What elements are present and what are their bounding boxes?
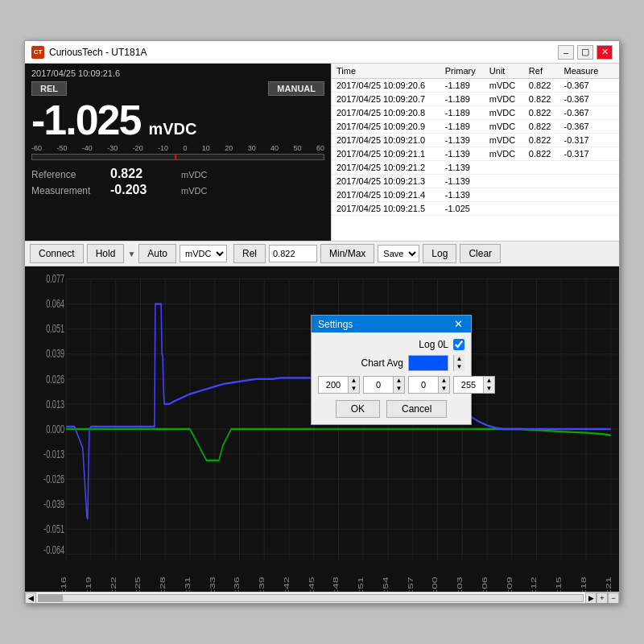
spin-group-2: ▲ ▼ [363, 376, 405, 394]
spin-input-2[interactable] [364, 377, 393, 393]
spin4-up[interactable]: ▲ [483, 377, 494, 385]
log-0l-row: Log 0L [318, 339, 464, 350]
spin4-down[interactable]: ▼ [483, 385, 494, 393]
svg-text:10:09:21: 10:09:21 [604, 576, 613, 592]
scroll-left-button[interactable]: ◀ [25, 592, 36, 604]
table-cell: 2017/04/25 10:09:20.6 [332, 79, 440, 93]
svg-text:10:08:19: 10:08:19 [84, 576, 93, 592]
clear-button[interactable]: Clear [460, 244, 501, 263]
table-cell: -0.367 [559, 106, 608, 120]
svg-text:10:08:33: 10:08:33 [208, 576, 217, 592]
meter-main-value: -1.025 mVDC [31, 99, 324, 141]
svg-text:0.026: 0.026 [46, 373, 64, 386]
settings-title-bar: Settings ✕ [312, 316, 471, 332]
table-cell: -1.139 [440, 147, 485, 161]
scale-indicator [175, 155, 176, 159]
unit-select[interactable]: mVDC VDC VAC [180, 245, 227, 262]
hold-button[interactable]: Hold [87, 244, 125, 263]
minmax-button[interactable]: Min/Max [320, 244, 374, 263]
close-button[interactable]: ✕ [597, 45, 613, 60]
scroll-track[interactable] [38, 594, 584, 602]
spin-input-3[interactable] [409, 377, 438, 393]
table-cell: 0.822 [524, 134, 559, 147]
zoom-out-button[interactable]: − [608, 592, 619, 604]
ok-button[interactable]: OK [336, 400, 380, 418]
chart-avg-row: Chart Avg ▲ ▼ [318, 355, 464, 371]
table-cell [485, 161, 524, 175]
table-cell: -1.189 [440, 106, 485, 120]
spin-input-4[interactable] [454, 377, 483, 393]
scale-label: 30 [248, 144, 256, 152]
spin1-down[interactable]: ▼ [348, 385, 359, 393]
spin1-up[interactable]: ▲ [348, 377, 359, 385]
color-spin-up[interactable]: ▲ [453, 355, 464, 363]
table-cell: mVDC [485, 120, 524, 134]
svg-text:-0.013: -0.013 [43, 448, 64, 461]
scale-label: 50 [293, 144, 301, 152]
meter-badges: REL MANUAL [31, 81, 324, 96]
zoom-in-button[interactable]: + [597, 592, 608, 604]
col-header-measure: Measure [559, 64, 608, 79]
log-0l-checkbox[interactable] [453, 339, 464, 350]
svg-text:0.077: 0.077 [46, 272, 64, 286]
svg-text:10:08:22: 10:08:22 [109, 576, 118, 592]
scroll-right-button[interactable]: ▶ [585, 592, 597, 604]
table-cell: 0.822 [524, 93, 559, 106]
table-cell: 2017/04/25 10:09:20.9 [332, 120, 440, 134]
scrollbar-col [608, 64, 619, 79]
spin-input-1[interactable] [319, 377, 348, 393]
maximize-button[interactable]: ▢ [577, 45, 593, 60]
table-cell: mVDC [485, 93, 524, 106]
settings-close-button[interactable]: ✕ [452, 318, 464, 330]
scale-label: -30 [107, 144, 118, 152]
table-cell [485, 175, 524, 188]
table-cell: 2017/04/25 10:09:21.3 [332, 175, 440, 188]
table-cell: -1.025 [440, 202, 485, 216]
svg-text:10:08:57: 10:08:57 [406, 576, 415, 592]
connect-button[interactable]: Connect [30, 244, 84, 263]
table-row: 2017/04/25 10:09:21.4-1.139 [332, 188, 619, 202]
table-cell: 0.822 [524, 147, 559, 161]
spin3-down[interactable]: ▼ [438, 385, 449, 393]
table-cell: 2017/04/25 10:09:21.4 [332, 188, 440, 202]
scale-labels: -60 -50 -40 -30 -20 -10 0 10 20 30 40 50… [31, 144, 324, 152]
table-cell: 2017/04/25 10:09:21.2 [332, 161, 440, 175]
svg-text:10:08:16: 10:08:16 [60, 576, 68, 592]
scale-label: -40 [82, 144, 93, 152]
table-row: 2017/04/25 10:09:21.5-1.025 [332, 202, 619, 216]
meter-panel: 2017/04/25 10:09:21.6 REL MANUAL -1.025 … [25, 64, 331, 241]
log-0l-label: Log 0L [419, 339, 448, 350]
dialog-buttons: OK Cancel [318, 400, 464, 418]
color-spin-buttons: ▲ ▼ [453, 355, 464, 371]
table-scroll[interactable]: Time Primary Unit Ref Measure 2017/04/25… [332, 64, 619, 241]
scale-label: -20 [133, 144, 143, 152]
settings-title: Settings [318, 319, 353, 330]
spin2-up[interactable]: ▲ [393, 377, 404, 385]
spin3-up[interactable]: ▲ [438, 377, 449, 385]
spin2-down[interactable]: ▼ [393, 385, 404, 393]
auto-button[interactable]: Auto [138, 244, 176, 263]
svg-text:10:08:45: 10:08:45 [307, 576, 316, 592]
svg-text:10:09:18: 10:09:18 [579, 576, 588, 592]
color-swatch[interactable] [408, 355, 448, 371]
rel-button[interactable]: Rel [233, 244, 266, 263]
svg-text:-0.026: -0.026 [43, 473, 64, 486]
reference-unit: mVDC [181, 170, 207, 180]
svg-text:-0.064: -0.064 [43, 543, 64, 557]
scrollbar-stub [608, 134, 619, 147]
save-dropdown[interactable]: Save [378, 245, 419, 262]
app-icon: CT [31, 46, 44, 59]
cancel-button[interactable]: Cancel [386, 400, 447, 418]
svg-text:0.000: 0.000 [46, 423, 64, 436]
meter-number: -1.025 [31, 99, 140, 141]
ref-input[interactable] [269, 245, 317, 262]
table-cell: -1.189 [440, 93, 485, 106]
minimize-button[interactable]: – [558, 45, 574, 60]
scale-label: -50 [56, 144, 67, 152]
log-button[interactable]: Log [423, 244, 456, 263]
color-spin-down[interactable]: ▼ [453, 363, 464, 371]
svg-text:10:08:42: 10:08:42 [282, 576, 291, 592]
scrollbar-stub [608, 79, 619, 93]
table-cell: 2017/04/25 10:09:21.0 [332, 134, 440, 147]
svg-text:-0.039: -0.039 [43, 497, 64, 511]
